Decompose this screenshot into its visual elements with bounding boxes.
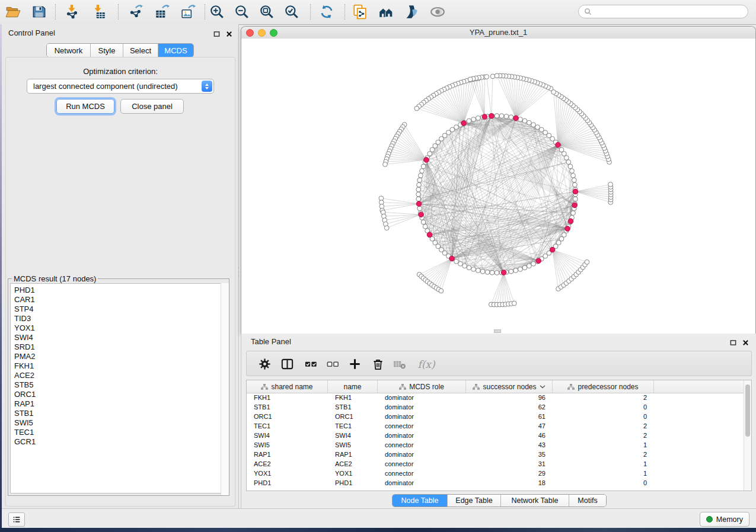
table-cell[interactable]: RAP1 xyxy=(247,450,328,459)
column-header[interactable]: MCDS role xyxy=(378,380,466,393)
table-cell[interactable]: YOX1 xyxy=(328,469,378,478)
table-cell[interactable]: 0 xyxy=(553,412,654,421)
table-cell[interactable]: PHD1 xyxy=(328,478,378,488)
zoom-selected-button[interactable] xyxy=(282,2,302,22)
vertical-splitter-handle[interactable] xyxy=(238,265,240,278)
select-all-button[interactable] xyxy=(303,356,319,372)
table-cell[interactable]: 18 xyxy=(466,478,553,488)
mcds-result-item[interactable]: CAR1 xyxy=(11,295,227,305)
mcds-result-item[interactable]: STB5 xyxy=(11,380,227,390)
import-network-button[interactable] xyxy=(62,2,82,22)
mcds-result-item[interactable]: SRD1 xyxy=(11,342,227,352)
network-graph[interactable] xyxy=(241,39,755,333)
mcds-result-item[interactable]: ACE2 xyxy=(11,371,227,380)
table-cell[interactable]: 61 xyxy=(466,412,553,421)
mcds-result-item[interactable]: TID3 xyxy=(11,314,227,323)
table-row[interactable]: SWI5SWI5connector431 xyxy=(247,440,745,450)
task-history-button[interactable] xyxy=(8,512,25,527)
network-canvas[interactable] xyxy=(241,39,755,333)
criterion-dropdown[interactable]: largest connected component (undirected) xyxy=(27,79,214,94)
mcds-result-item[interactable]: GCR1 xyxy=(11,437,227,447)
table-cell[interactable]: 35 xyxy=(466,450,553,459)
zoom-out-button[interactable] xyxy=(232,2,252,22)
table-cell[interactable]: 29 xyxy=(466,469,553,478)
table-cell[interactable]: TEC1 xyxy=(328,421,378,431)
table-cell[interactable]: dominator xyxy=(378,393,466,402)
mcds-result-item[interactable]: ORC1 xyxy=(11,390,227,399)
table-cell[interactable]: 62 xyxy=(466,402,553,412)
tab-edge-table[interactable]: Edge Table xyxy=(448,495,501,507)
table-cell[interactable]: 1 xyxy=(553,440,654,450)
table-cell[interactable]: ACE2 xyxy=(328,459,378,469)
first-neighbors-button[interactable] xyxy=(376,2,396,22)
tab-node-table[interactable]: Node Table xyxy=(393,495,448,507)
table-cell[interactable]: 1 xyxy=(553,469,654,478)
table-cell[interactable]: YOX1 xyxy=(247,469,328,478)
tab-motifs[interactable]: Motifs xyxy=(569,495,606,507)
float-panel-icon[interactable] xyxy=(212,30,221,38)
mcds-result-item[interactable]: YOX1 xyxy=(11,323,227,333)
memory-button[interactable]: Memory xyxy=(700,512,749,527)
export-image-button[interactable] xyxy=(178,2,199,22)
table-cell[interactable]: 2 xyxy=(553,450,654,459)
table-cell[interactable]: dominator xyxy=(378,450,466,459)
column-header[interactable]: successor nodes xyxy=(466,380,553,393)
function-builder-button[interactable]: f(x) xyxy=(414,356,438,372)
mcds-result-item[interactable]: RAP1 xyxy=(11,399,227,409)
new-network-from-selection-button[interactable] xyxy=(350,2,370,22)
deselect-all-button[interactable] xyxy=(325,356,341,372)
table-row[interactable]: FKH1FKH1dominator962 xyxy=(247,393,745,402)
add-column-button[interactable] xyxy=(347,356,363,372)
table-row[interactable]: STB1STB1dominator620 xyxy=(247,402,745,412)
mcds-result-item[interactable]: PHD1 xyxy=(11,284,227,295)
table-cell[interactable]: 46 xyxy=(466,431,553,440)
column-header[interactable]: shared name xyxy=(247,380,328,393)
table-row[interactable]: YOX1YOX1connector291 xyxy=(247,469,745,478)
table-cell[interactable]: FKH1 xyxy=(328,393,378,402)
table-cell[interactable]: STB1 xyxy=(328,402,378,412)
mcds-result-item[interactable]: TEC1 xyxy=(11,428,227,437)
column-header[interactable]: name xyxy=(328,380,378,393)
table-scrollbar[interactable] xyxy=(744,380,751,491)
mcds-result-item[interactable]: SWI5 xyxy=(11,418,227,428)
table-cell[interactable]: SWI5 xyxy=(247,440,328,450)
mcds-result-item[interactable]: STP4 xyxy=(11,305,227,314)
table-cell[interactable]: connector xyxy=(378,421,466,431)
table-cell[interactable]: FKH1 xyxy=(247,393,328,402)
save-session-button[interactable] xyxy=(29,2,49,22)
table-cell[interactable]: RAP1 xyxy=(328,450,378,459)
table-cell[interactable]: connector xyxy=(378,469,466,478)
table-cell[interactable]: ORC1 xyxy=(328,412,378,421)
table-cell[interactable]: 47 xyxy=(466,421,553,431)
table-cell[interactable]: 96 xyxy=(466,393,553,402)
table-cell[interactable]: 0 xyxy=(553,478,654,488)
refresh-view-button[interactable] xyxy=(317,2,337,22)
table-row[interactable]: PHD1PHD1dominator180 xyxy=(247,478,745,488)
table-cell[interactable]: 2 xyxy=(553,421,654,431)
mcds-result-item[interactable]: FKH1 xyxy=(11,361,227,371)
table-cell[interactable]: PHD1 xyxy=(247,478,328,488)
table-cell[interactable]: STB1 xyxy=(247,402,328,412)
table-cell[interactable]: dominator xyxy=(378,478,466,488)
mcds-result-item[interactable]: STB1 xyxy=(11,409,227,418)
table-cell[interactable]: ORC1 xyxy=(247,412,328,421)
delete-column-button[interactable] xyxy=(370,356,386,372)
table-row[interactable]: ACE2ACE2connector311 xyxy=(247,459,745,469)
open-session-button[interactable] xyxy=(3,2,23,22)
mcds-result-item[interactable]: PMA2 xyxy=(11,352,227,361)
table-cell[interactable]: connector xyxy=(378,459,466,469)
run-mcds-button[interactable]: Run MCDS xyxy=(56,99,114,114)
table-cell[interactable]: SWI4 xyxy=(247,431,328,440)
table-cell[interactable]: ACE2 xyxy=(247,459,328,469)
horizontal-splitter-handle[interactable] xyxy=(494,329,501,333)
table-row[interactable]: SWI4SWI4dominator462 xyxy=(247,431,745,440)
export-table-button[interactable] xyxy=(152,2,173,22)
show-hidden-button[interactable] xyxy=(428,2,448,22)
close-panel-button[interactable]: Close panel xyxy=(120,99,184,114)
table-row[interactable]: RAP1RAP1dominator352 xyxy=(247,450,745,459)
table-cell[interactable]: SWI5 xyxy=(328,440,378,450)
scrollbar-thumb[interactable] xyxy=(745,384,750,437)
network-window-titlebar[interactable]: YPA_prune.txt_1 xyxy=(241,27,755,39)
table-cell[interactable]: dominator xyxy=(378,412,466,421)
import-table-button[interactable] xyxy=(88,2,109,22)
